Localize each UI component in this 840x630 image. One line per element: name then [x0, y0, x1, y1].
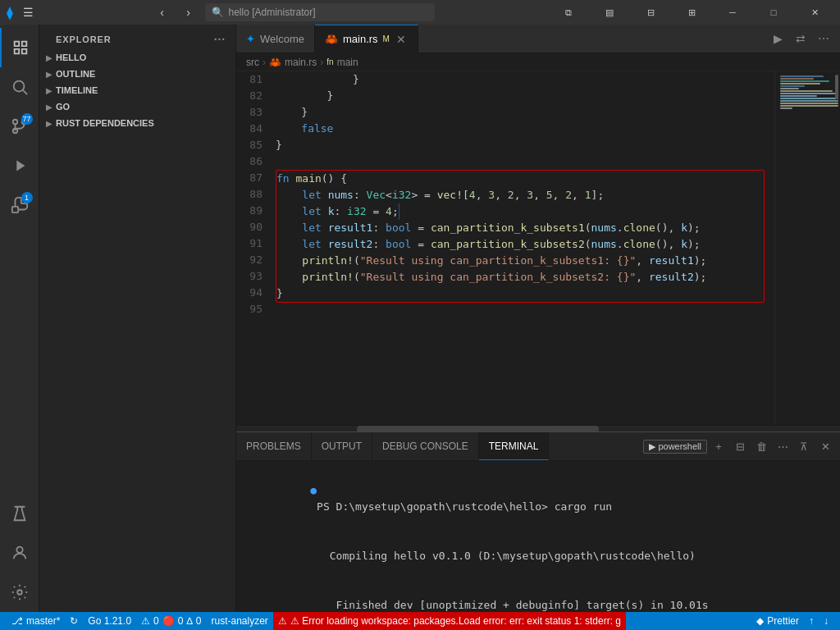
window-close-button[interactable]: ✕	[796, 0, 833, 25]
extensions-badge: 1	[21, 192, 33, 203]
code-line-84: false	[276, 121, 768, 137]
delete-terminal-button[interactable]: 🗑	[751, 436, 771, 456]
split-terminal-button[interactable]: ⊟	[730, 436, 750, 456]
window-minimize-button[interactable]: ─	[714, 0, 751, 25]
sidebar-title: Explorer ···	[39, 25, 235, 49]
window-icons-button[interactable]: ⧉	[550, 0, 587, 25]
sidebar-go-label: GO	[56, 102, 70, 112]
status-right: ◆ Prettier ↑ ↓	[751, 612, 833, 630]
code-line-86	[276, 153, 768, 170]
status-go[interactable]: Go 1.21.0	[83, 612, 136, 630]
branch-icon: ⎇	[11, 615, 23, 627]
minimap-scrollbar[interactable]	[835, 75, 838, 99]
sidebar-item-outline[interactable]: ▶ OUTLINE	[39, 66, 235, 82]
status-warnings[interactable]: ⚠ 0 🔴 0 ∆ 0	[136, 612, 206, 630]
new-terminal-button[interactable]: ▶ powershell	[643, 440, 707, 454]
code-content[interactable]: ▶ Run | Debug } } } false } fn main() {	[269, 71, 774, 425]
code-line-93: println!("Result using can_partition_k_s…	[276, 269, 764, 285]
add-terminal-button[interactable]: +	[709, 436, 728, 456]
sync-icon: ↻	[70, 615, 78, 627]
window-grid-button[interactable]: ⊞	[673, 0, 710, 25]
terminal-compiling: Compiling hello v0.1.0 (D:\mysetup\gopat…	[310, 550, 696, 562]
highlighted-code-region: fn main() { let nums: Vec<i32> = vec![4,…	[276, 170, 765, 303]
error-text: ⚠ Error loading workspace: packages.Load…	[290, 615, 621, 627]
status-sync[interactable]: ↻	[65, 612, 83, 630]
window-layout-button[interactable]: ▤	[591, 0, 628, 25]
prettier-label: Prettier	[767, 615, 799, 627]
status-download[interactable]: ↓	[819, 612, 833, 630]
activity-explorer-button[interactable]	[0, 28, 39, 67]
search-bar[interactable]: 🔍 hello [Administrator]	[205, 3, 435, 21]
tab-welcome[interactable]: ✦ Welcome	[236, 25, 315, 52]
activity-accounts-button[interactable]	[0, 533, 39, 573]
window-split-button[interactable]: ⊟	[632, 0, 669, 25]
code-line-87: fn main() {	[276, 171, 764, 187]
run-debug-link[interactable]: ▶ Run | Debug	[318, 71, 389, 75]
tab-close-button[interactable]: ✕	[395, 33, 408, 46]
terminal-finished: Finished dev [unoptimized + debuginfo] t…	[310, 599, 708, 611]
download-icon: ↓	[824, 615, 829, 627]
sidebar-item-rust-deps[interactable]: ▶ RUST DEPENDENCIES	[39, 115, 235, 131]
activity-testing-button[interactable]	[0, 494, 39, 533]
error-warning-icon: ⚠	[278, 615, 287, 627]
tab-modified-indicator: M	[383, 34, 390, 43]
titlebar-right: ⧉ ▤ ⊟ ⊞ ─ □ ✕	[550, 0, 833, 25]
status-rust-analyzer[interactable]: rust-analyzer	[206, 612, 272, 630]
split-editor-button[interactable]: ⇄	[791, 29, 810, 48]
warning-count: 0	[153, 615, 159, 627]
code-line-92: println!("Result using can_partition_k_s…	[276, 253, 764, 269]
code-line-95	[276, 303, 768, 319]
editor-with-minimap: 81 82 83 84 85 86 87 88 89 90 91 92 93 9…	[236, 71, 840, 425]
activity-extensions-button[interactable]: 1	[0, 185, 39, 225]
window-maximize-button[interactable]: □	[755, 0, 792, 25]
close-panel-button[interactable]: ✕	[815, 436, 835, 456]
code-line-90: let result1: bool = can_partition_k_subs…	[276, 220, 764, 236]
code-editor[interactable]: 81 82 83 84 85 86 87 88 89 90 91 92 93 9…	[236, 71, 774, 425]
maximize-panel-button[interactable]: ⊼	[794, 436, 814, 456]
prettier-icon: ◆	[756, 615, 764, 627]
breadcrumb-src[interactable]: src	[246, 57, 259, 68]
activity-search-button[interactable]	[0, 67, 39, 107]
more-terminal-button[interactable]: ⋯	[773, 436, 792, 456]
search-text: hello [Administrator]	[229, 7, 316, 18]
nav-back-button[interactable]: ‹	[153, 2, 172, 22]
tab-debug-console[interactable]: DEBUG CONSOLE	[372, 432, 479, 460]
terminal-tab-bar: PROBLEMS OUTPUT DEBUG CONSOLE TERMINAL ▶…	[236, 432, 840, 461]
sidebar-item-hello[interactable]: ▶ HELLO	[39, 49, 235, 66]
horizontal-scrollbar[interactable]	[236, 425, 840, 431]
tab-bar: ✦ Welcome 🦀 main.rs M ✕ ▶ ⇄ ⋯	[236, 25, 840, 53]
branch-label: master*	[26, 615, 60, 627]
more-actions-button[interactable]: ⋯	[814, 29, 833, 48]
sidebar-actions-button[interactable]: ···	[214, 33, 226, 46]
breadcrumb-file[interactable]: main.rs	[285, 57, 317, 68]
titlebar-left: ⧫ ☰	[7, 4, 37, 21]
sidebar-rust-deps-label: RUST DEPENDENCIES	[56, 118, 154, 128]
terminal-panel: PROBLEMS OUTPUT DEBUG CONSOLE TERMINAL ▶…	[236, 431, 840, 612]
status-branch[interactable]: ⎇ master*	[7, 612, 65, 630]
sidebar-item-go[interactable]: ▶ GO	[39, 98, 235, 115]
status-prettier[interactable]: ◆ Prettier	[751, 612, 804, 630]
tab-output[interactable]: OUTPUT	[312, 432, 372, 460]
delta-count: 0	[196, 615, 202, 627]
breadcrumb-fn[interactable]: main	[337, 57, 358, 68]
terminal-content[interactable]: ● PS D:\mysetup\gopath\rustcode\hello> c…	[236, 461, 840, 612]
terminal-icon: ▶	[649, 441, 655, 452]
warning-icon: ⚠	[141, 615, 150, 627]
minimap[interactable]	[774, 71, 840, 425]
chevron-right-icon: ▶	[46, 103, 52, 112]
run-code-button[interactable]: ▶	[768, 29, 788, 48]
status-upload[interactable]: ↑	[804, 612, 819, 630]
breadcrumb-fn-icon: fn	[326, 57, 333, 66]
hamburger-menu[interactable]: ☰	[20, 4, 37, 21]
status-error-message[interactable]: ⚠ ⚠ Error loading workspace: packages.Lo…	[273, 612, 626, 630]
activity-settings-button[interactable]	[0, 573, 39, 612]
tab-main-rs[interactable]: 🦀 main.rs M ✕	[315, 25, 418, 52]
sidebar-item-timeline[interactable]: ▶ TIMELINE	[39, 82, 235, 98]
code-line-88: let nums: Vec<i32> = vec![4, 3, 2, 3, 5,…	[276, 187, 764, 203]
tab-terminal[interactable]: TERMINAL	[479, 432, 550, 460]
tab-problems[interactable]: PROBLEMS	[236, 432, 312, 460]
nav-forward-button[interactable]: ›	[179, 2, 199, 22]
activity-source-control-button[interactable]: 77	[0, 107, 39, 146]
sidebar-title-label: Explorer	[56, 34, 112, 44]
activity-run-button[interactable]	[0, 146, 39, 185]
